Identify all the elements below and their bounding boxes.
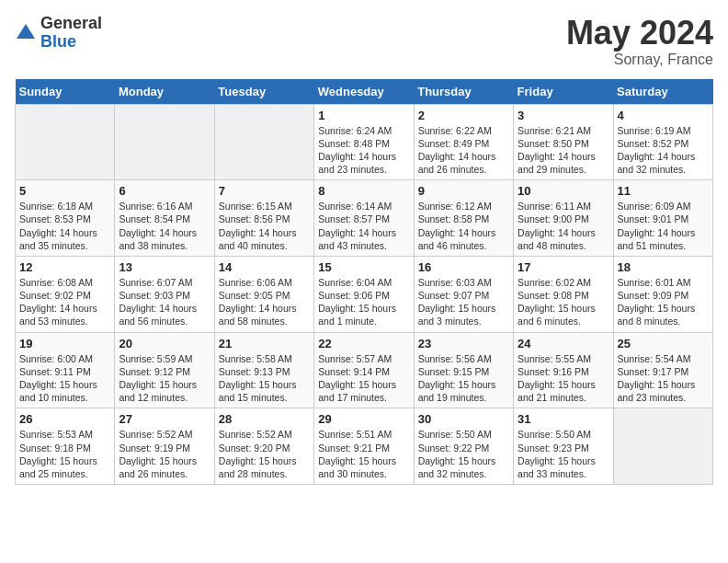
weekday-header: Saturday	[613, 79, 712, 105]
cell-info: Sunrise: 6:04 AM Sunset: 9:06 PM Dayligh…	[318, 276, 409, 328]
calendar-cell: 10Sunrise: 6:11 AM Sunset: 9:00 PM Dayli…	[514, 180, 613, 257]
calendar-cell: 8Sunrise: 6:14 AM Sunset: 8:57 PM Daylig…	[314, 180, 414, 257]
day-number: 11	[618, 184, 709, 198]
calendar-subtitle: Sornay, France	[566, 52, 713, 68]
cell-info: Sunrise: 6:19 AM Sunset: 8:52 PM Dayligh…	[618, 124, 709, 177]
calendar-cell: 25Sunrise: 5:54 AM Sunset: 9:17 PM Dayli…	[613, 332, 712, 408]
calendar-cell	[214, 104, 313, 180]
day-number: 28	[219, 412, 310, 426]
day-number: 5	[19, 184, 110, 198]
page-header: General Blue May 2024 Sornay, France	[15, 15, 713, 68]
logo-icon	[15, 22, 37, 44]
cell-info: Sunrise: 5:57 AM Sunset: 9:14 PM Dayligh…	[318, 352, 409, 405]
calendar-cell: 4Sunrise: 6:19 AM Sunset: 8:52 PM Daylig…	[613, 104, 712, 180]
day-number: 29	[318, 412, 409, 426]
cell-info: Sunrise: 6:11 AM Sunset: 9:00 PM Dayligh…	[518, 200, 609, 252]
day-number: 20	[119, 337, 210, 350]
weekday-header-row: SundayMondayTuesdayWednesdayThursdayFrid…	[16, 79, 713, 105]
calendar-cell: 6Sunrise: 6:16 AM Sunset: 8:54 PM Daylig…	[115, 180, 214, 257]
day-number: 3	[518, 109, 609, 122]
calendar-week-row: 12Sunrise: 6:08 AM Sunset: 9:02 PM Dayli…	[16, 256, 713, 332]
svg-marker-0	[17, 24, 35, 39]
calendar-week-row: 5Sunrise: 6:18 AM Sunset: 8:53 PM Daylig…	[16, 180, 713, 257]
day-number: 16	[418, 260, 509, 274]
cell-info: Sunrise: 5:55 AM Sunset: 9:16 PM Dayligh…	[518, 352, 609, 405]
day-number: 15	[318, 260, 409, 274]
calendar-week-row: 19Sunrise: 6:00 AM Sunset: 9:11 PM Dayli…	[16, 332, 713, 408]
day-number: 30	[418, 412, 509, 426]
title-block: May 2024 Sornay, France	[566, 15, 713, 68]
day-number: 12	[19, 260, 110, 274]
day-number: 22	[318, 337, 409, 350]
cell-info: Sunrise: 6:06 AM Sunset: 9:05 PM Dayligh…	[219, 276, 310, 328]
day-number: 13	[119, 260, 210, 274]
weekday-header: Friday	[514, 79, 613, 105]
calendar-cell: 19Sunrise: 6:00 AM Sunset: 9:11 PM Dayli…	[16, 332, 115, 408]
calendar-cell: 13Sunrise: 6:07 AM Sunset: 9:03 PM Dayli…	[115, 256, 214, 332]
day-number: 27	[119, 412, 210, 426]
calendar-cell: 11Sunrise: 6:09 AM Sunset: 9:01 PM Dayli…	[613, 180, 712, 257]
calendar-cell: 28Sunrise: 5:52 AM Sunset: 9:20 PM Dayli…	[214, 408, 313, 485]
weekday-header: Sunday	[16, 79, 115, 105]
calendar-week-row: 26Sunrise: 5:53 AM Sunset: 9:18 PM Dayli…	[16, 408, 713, 485]
calendar-cell: 12Sunrise: 6:08 AM Sunset: 9:02 PM Dayli…	[16, 256, 115, 332]
calendar-cell	[16, 104, 115, 180]
cell-info: Sunrise: 5:52 AM Sunset: 9:19 PM Dayligh…	[119, 428, 210, 480]
calendar-cell: 26Sunrise: 5:53 AM Sunset: 9:18 PM Dayli…	[16, 408, 115, 485]
cell-info: Sunrise: 6:01 AM Sunset: 9:09 PM Dayligh…	[618, 276, 709, 328]
cell-info: Sunrise: 5:52 AM Sunset: 9:20 PM Dayligh…	[219, 428, 310, 480]
logo-blue-text: Blue	[40, 33, 102, 52]
cell-info: Sunrise: 6:22 AM Sunset: 8:49 PM Dayligh…	[418, 124, 509, 177]
cell-info: Sunrise: 6:08 AM Sunset: 9:02 PM Dayligh…	[19, 276, 110, 328]
cell-info: Sunrise: 6:02 AM Sunset: 9:08 PM Dayligh…	[518, 276, 609, 328]
calendar-cell: 9Sunrise: 6:12 AM Sunset: 8:58 PM Daylig…	[414, 180, 513, 257]
calendar-cell: 17Sunrise: 6:02 AM Sunset: 9:08 PM Dayli…	[514, 256, 613, 332]
day-number: 24	[518, 337, 609, 350]
calendar-cell: 27Sunrise: 5:52 AM Sunset: 9:19 PM Dayli…	[115, 408, 214, 485]
cell-info: Sunrise: 5:50 AM Sunset: 9:22 PM Dayligh…	[418, 428, 509, 480]
cell-info: Sunrise: 5:59 AM Sunset: 9:12 PM Dayligh…	[119, 352, 210, 405]
calendar-cell	[115, 104, 214, 180]
calendar-cell: 24Sunrise: 5:55 AM Sunset: 9:16 PM Dayli…	[514, 332, 613, 408]
day-number: 14	[219, 260, 310, 274]
day-number: 31	[518, 412, 609, 426]
day-number: 17	[518, 260, 609, 274]
calendar-week-row: 1Sunrise: 6:24 AM Sunset: 8:48 PM Daylig…	[16, 104, 713, 180]
calendar-cell: 5Sunrise: 6:18 AM Sunset: 8:53 PM Daylig…	[16, 180, 115, 257]
weekday-header: Monday	[115, 79, 214, 105]
day-number: 23	[418, 337, 509, 350]
day-number: 4	[618, 109, 709, 122]
calendar-table: SundayMondayTuesdayWednesdayThursdayFrid…	[15, 79, 713, 485]
day-number: 26	[19, 412, 110, 426]
calendar-cell: 2Sunrise: 6:22 AM Sunset: 8:49 PM Daylig…	[414, 104, 513, 180]
cell-info: Sunrise: 6:07 AM Sunset: 9:03 PM Dayligh…	[119, 276, 210, 328]
calendar-cell: 1Sunrise: 6:24 AM Sunset: 8:48 PM Daylig…	[314, 104, 414, 180]
cell-info: Sunrise: 5:50 AM Sunset: 9:23 PM Dayligh…	[518, 428, 609, 480]
calendar-cell: 3Sunrise: 6:21 AM Sunset: 8:50 PM Daylig…	[514, 104, 613, 180]
calendar-cell: 23Sunrise: 5:56 AM Sunset: 9:15 PM Dayli…	[414, 332, 513, 408]
day-number: 7	[219, 184, 310, 198]
day-number: 8	[318, 184, 409, 198]
cell-info: Sunrise: 6:24 AM Sunset: 8:48 PM Dayligh…	[318, 124, 409, 177]
day-number: 1	[318, 109, 409, 122]
calendar-cell	[613, 408, 712, 485]
cell-info: Sunrise: 6:16 AM Sunset: 8:54 PM Dayligh…	[119, 200, 210, 252]
calendar-cell: 31Sunrise: 5:50 AM Sunset: 9:23 PM Dayli…	[514, 408, 613, 485]
calendar-cell: 22Sunrise: 5:57 AM Sunset: 9:14 PM Dayli…	[314, 332, 414, 408]
cell-info: Sunrise: 6:14 AM Sunset: 8:57 PM Dayligh…	[318, 200, 409, 252]
calendar-cell: 30Sunrise: 5:50 AM Sunset: 9:22 PM Dayli…	[414, 408, 513, 485]
day-number: 19	[19, 337, 110, 350]
logo: General Blue	[15, 15, 102, 52]
cell-info: Sunrise: 6:18 AM Sunset: 8:53 PM Dayligh…	[19, 200, 110, 252]
weekday-header: Tuesday	[214, 79, 313, 105]
day-number: 2	[418, 109, 509, 122]
day-number: 21	[219, 337, 310, 350]
cell-info: Sunrise: 5:58 AM Sunset: 9:13 PM Dayligh…	[219, 352, 310, 405]
calendar-cell: 14Sunrise: 6:06 AM Sunset: 9:05 PM Dayli…	[214, 256, 313, 332]
cell-info: Sunrise: 5:54 AM Sunset: 9:17 PM Dayligh…	[618, 352, 709, 405]
cell-info: Sunrise: 6:09 AM Sunset: 9:01 PM Dayligh…	[618, 200, 709, 252]
logo-general-text: General	[40, 15, 102, 33]
cell-info: Sunrise: 6:15 AM Sunset: 8:56 PM Dayligh…	[219, 200, 310, 252]
calendar-cell: 21Sunrise: 5:58 AM Sunset: 9:13 PM Dayli…	[214, 332, 313, 408]
calendar-cell: 29Sunrise: 5:51 AM Sunset: 9:21 PM Dayli…	[314, 408, 414, 485]
